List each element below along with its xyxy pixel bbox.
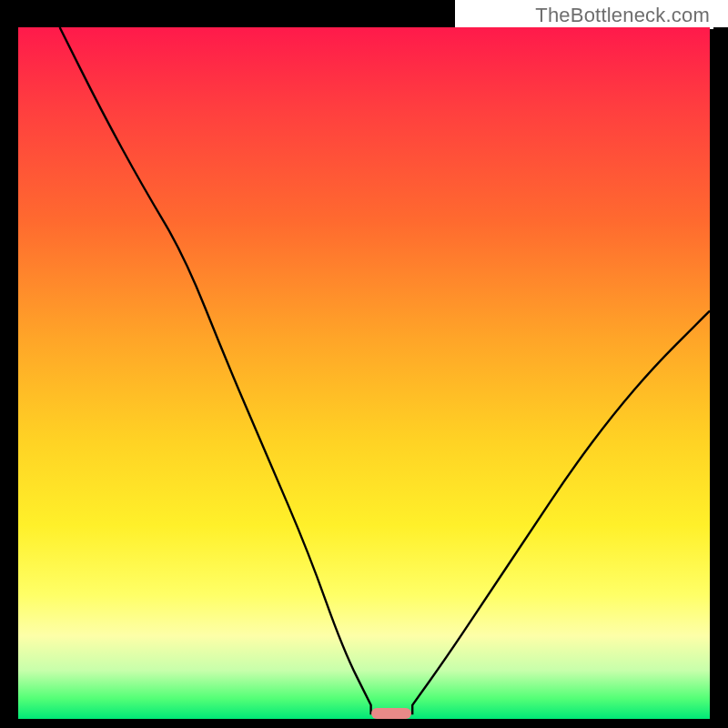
optimum-marker	[371, 708, 411, 719]
plot-area	[18, 27, 710, 719]
watermark-text: TheBottleneck.com	[531, 4, 713, 29]
bottleneck-curve	[18, 27, 710, 719]
chart-frame: TheBottleneck.com	[0, 0, 728, 728]
curve-path	[60, 27, 710, 713]
